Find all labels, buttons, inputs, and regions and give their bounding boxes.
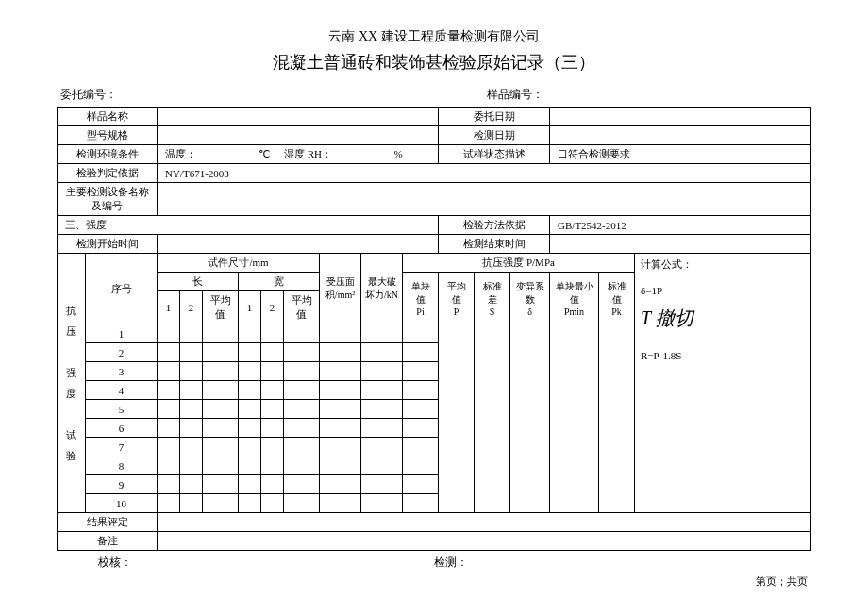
wid-1: 1	[239, 291, 261, 324]
entrust-date-label: 委托日期	[439, 108, 550, 126]
entrust-date-value	[550, 108, 811, 126]
formula-line1: δ=1P	[641, 285, 805, 296]
equipment-label: 主要检测设备名称及编号	[58, 183, 158, 216]
stddev-label: 标准差 S	[475, 273, 510, 324]
min-label: 单块最小值 Pmin	[550, 273, 599, 324]
test-label: 检测：	[434, 555, 808, 571]
grid-header-row: 抗压 强度 试验 序号 试件尺寸/mm 受压面积/mm² 最大破坏力/kN 抗压…	[58, 254, 811, 273]
meta-row: 委托编号： 样品编号：	[57, 87, 811, 103]
table-row: 检验判定依据 NY/T671-2003	[58, 164, 811, 183]
test-date-value	[550, 126, 811, 145]
check-label: 校核：	[60, 555, 434, 571]
area-label: 受压面积/mm²	[320, 254, 361, 324]
min-cell	[550, 324, 599, 513]
company-name: 云南 XX 建设工程质量检测有限公司	[57, 28, 811, 45]
cv-cell	[510, 324, 550, 513]
strength-header: 抗压强度 P/MPa	[403, 254, 635, 273]
stdval-cell	[599, 324, 635, 513]
len-avg: 平均值	[203, 291, 239, 324]
entrust-no-label: 委托编号：	[60, 87, 117, 103]
model-spec-label: 型号规格	[58, 126, 158, 145]
formula-small: R=P-1.8S	[641, 350, 805, 361]
max-force-label: 最大破坏力/kN	[361, 254, 403, 324]
seq-cell: 6	[86, 419, 158, 438]
formula-header: 计算公式：	[641, 257, 805, 272]
judge-basis-label: 检验判定依据	[58, 164, 158, 183]
seq-cell: 9	[86, 475, 158, 494]
start-time-value	[158, 235, 439, 254]
main-table: 样品名称 委托日期 型号规格 检测日期 检测环境条件 温度： ℃ 湿度 RH： …	[57, 107, 811, 551]
seq-cell: 8	[86, 456, 158, 475]
seq-cell: 1	[86, 324, 158, 343]
seq-cell: 4	[86, 381, 158, 400]
stddev-cell	[475, 324, 510, 513]
table-row: 检测环境条件 温度： ℃ 湿度 RH： % 试样状态描述 口符合检测要求	[58, 145, 811, 164]
method-basis-label: 检验方法依据	[439, 216, 550, 235]
seq-cell: 10	[86, 494, 158, 513]
footer-row: 校核： 检测：	[57, 555, 811, 571]
seq-cell: 3	[86, 362, 158, 381]
seq-cell: 2	[86, 343, 158, 362]
equipment-value	[158, 183, 811, 216]
mean-cell	[439, 324, 475, 513]
model-spec-value	[158, 126, 439, 145]
remark-label: 备注	[58, 532, 158, 551]
formula-cell: 计算公式： δ=1P T 撤切 R=P-1.8S	[635, 254, 811, 513]
page-number: 第页；共页	[57, 574, 811, 589]
sample-no-label: 样品编号：	[487, 87, 808, 103]
wid-2: 2	[261, 291, 284, 324]
judge-basis-value: NY/T671-2003	[158, 164, 811, 183]
length-label: 长	[158, 273, 239, 291]
test-date-label: 检测日期	[439, 126, 550, 145]
sample-name-label: 样品名称	[58, 108, 158, 126]
cv-label: 变异系数 δ	[510, 273, 550, 324]
remark-value	[158, 532, 811, 551]
group-label: 抗压 强度 试验	[58, 254, 86, 513]
formula-big: T 撤切	[641, 306, 805, 331]
table-row: 备注	[58, 532, 811, 551]
sample-state-value: 口符合检测要求	[550, 145, 811, 164]
seq-cell: 7	[86, 438, 158, 456]
table-row: 检测开始时间 检测结束时间	[58, 235, 811, 254]
seq-cell: 5	[86, 400, 158, 419]
sample-name-value	[158, 108, 439, 126]
len-2: 2	[180, 291, 203, 324]
env-humid-label: 湿度 RH：	[284, 148, 332, 159]
start-time-label: 检测开始时间	[58, 235, 158, 254]
single-label: 单块值 Pi	[403, 273, 439, 324]
doc-title: 混凝土普通砖和装饰甚检验原始记录（三）	[57, 51, 811, 74]
table-row: 型号规格 检测日期	[58, 126, 811, 145]
env-humid-unit: %	[394, 148, 403, 159]
table-row: 主要检测设备名称及编号	[58, 183, 811, 216]
seq-label: 序号	[86, 254, 158, 324]
result-value	[158, 513, 811, 532]
section3-label: 三、强度	[58, 216, 439, 235]
result-label: 结果评定	[58, 513, 158, 532]
sample-state-label: 试样状态描述	[439, 145, 550, 164]
end-time-label: 检测结束时间	[439, 235, 550, 254]
width-label: 宽	[239, 273, 320, 291]
table-row: 样品名称 委托日期	[58, 108, 811, 126]
env-temp-unit: ℃	[259, 148, 270, 159]
env-temp-label: 温度：	[165, 148, 196, 159]
mean-label: 平均值 P	[439, 273, 475, 324]
table-row: 结果评定	[58, 513, 811, 532]
wid-avg: 平均值	[284, 291, 320, 324]
method-basis-value: GB/T2542-2012	[550, 216, 811, 235]
len-1: 1	[158, 291, 180, 324]
end-time-value	[550, 235, 811, 254]
dimension-header: 试件尺寸/mm	[158, 254, 320, 273]
table-row: 三、强度 检验方法依据 GB/T2542-2012	[58, 216, 811, 235]
env-values: 温度： ℃ 湿度 RH： %	[158, 145, 439, 164]
env-label: 检测环境条件	[58, 145, 158, 164]
stdval-label: 标准值 Pk	[599, 273, 635, 324]
